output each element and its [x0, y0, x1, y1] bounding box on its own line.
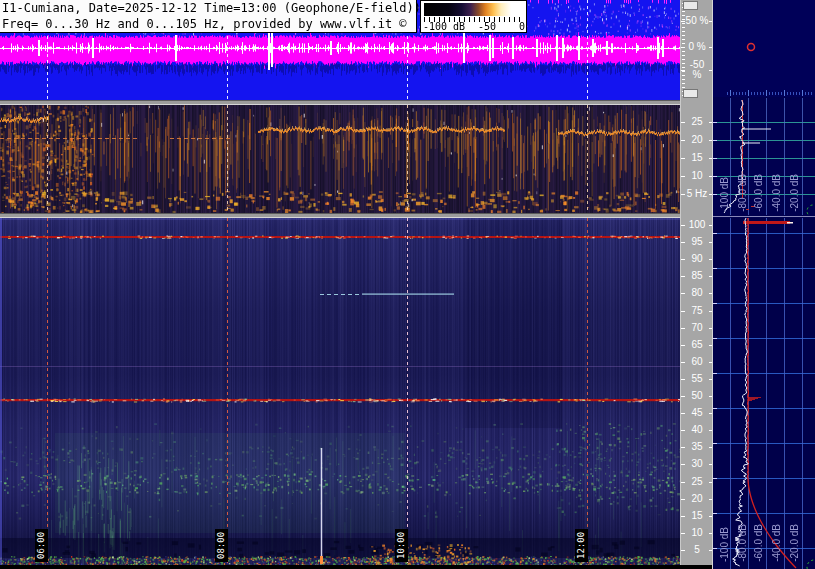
- scale-label: 70: [681, 322, 713, 334]
- ruler-tick: [682, 47, 685, 48]
- db-axis-label: -100 dB: [719, 177, 730, 212]
- scale-label: 30: [681, 458, 713, 470]
- db-axis-label: -60.0 dB: [753, 524, 764, 562]
- ruler-tick: [682, 35, 685, 36]
- scale-label: 10: [681, 527, 713, 539]
- vlf-monitor-screen: I1-Cumiana, Date=2025-12-12 Time=13:00 (…: [0, 0, 815, 569]
- db-axis-label: -20.0 dB: [789, 524, 800, 562]
- scale-label: 15: [681, 510, 713, 522]
- ruler-tick: [682, 31, 685, 32]
- separator-bottom: [0, 213, 712, 218]
- db-axis-label: -60.0 dB: [753, 174, 764, 212]
- scale-label: 0 %: [681, 41, 713, 53]
- scale-label: -50 %: [681, 64, 713, 76]
- scale-label: 45: [681, 407, 713, 419]
- header-line1: I1-Cumiana, Date=2025-12-12 Time=13:00 (…: [2, 0, 416, 16]
- db-axis-label: -80.0 dB: [737, 524, 748, 562]
- scale-label: 25: [681, 116, 713, 128]
- time-label: 08:00: [215, 529, 228, 562]
- colorbar-max-label: 0: [519, 21, 525, 32]
- ruler-tick: [682, 23, 685, 24]
- time-label: 06:00: [35, 529, 48, 562]
- scale-label: 15: [681, 152, 713, 164]
- scale-label: 90: [681, 253, 713, 265]
- spectrogram-0-105hz: [0, 218, 680, 565]
- scale-label: 85: [681, 270, 713, 282]
- colorbar-legend: -100 dB -50 0: [420, 0, 527, 33]
- ruler-tick: [682, 83, 685, 84]
- scale-label: 95: [681, 236, 713, 248]
- ruler-tick: [682, 27, 685, 28]
- ruler-tick: [682, 79, 685, 80]
- spectrogram-0-30hz: [0, 105, 680, 213]
- ruler-tick: [682, 55, 685, 56]
- ruler-tick: [682, 75, 685, 76]
- scale-label: 25: [681, 476, 713, 488]
- scale-label: 20: [681, 493, 713, 505]
- scroll-button[interactable]: [683, 89, 698, 98]
- scale-label: 40: [681, 424, 713, 436]
- ruler-tick: [682, 15, 685, 16]
- header-line2: Freq= 0...30 Hz and 0...105 Hz, provided…: [2, 16, 416, 32]
- colorbar-mid-label: -50: [478, 21, 496, 32]
- scale-label: 55: [681, 373, 713, 385]
- scale-label: 20: [681, 134, 713, 146]
- time-label: 10:00: [395, 529, 408, 562]
- scale-label: 5: [681, 544, 713, 556]
- db-axis-label: -100 dB: [719, 527, 730, 562]
- scale-label: 60: [681, 356, 713, 368]
- ruler-tick: [682, 39, 685, 40]
- ruler-tick: [682, 67, 685, 68]
- db-axis-label: -40.0 dB: [771, 524, 782, 562]
- colorbar-gradient: [424, 3, 523, 16]
- db-axis-label: -20.0 dB: [789, 174, 800, 212]
- db-axis-label: -40.0 dB: [771, 174, 782, 212]
- scale-label: 65: [681, 339, 713, 351]
- scale-label: 75: [681, 305, 713, 317]
- separator-top: [0, 100, 712, 105]
- colorbar-min-label: -100 dB: [423, 21, 465, 32]
- frequency-scale-strip: 50 %0 %-50 %252015105 Hz1009590858075706…: [680, 0, 712, 565]
- status-panel: [713, 0, 815, 97]
- time-label: 12:00: [575, 529, 588, 562]
- db-axis-label: -80.0 dB: [737, 174, 748, 212]
- ruler-tick: [682, 71, 685, 72]
- station-header: I1-Cumiana, Date=2025-12-12 Time=13:00 (…: [0, 0, 417, 33]
- spectrum-separator: [713, 216, 815, 217]
- ruler-tick: [682, 11, 685, 12]
- ruler-tick: [682, 43, 685, 44]
- ruler-tick: [682, 51, 685, 52]
- scale-label: 10: [681, 170, 713, 182]
- ruler-tick: [682, 59, 685, 60]
- scale-label: 5 Hz: [681, 188, 713, 200]
- scale-label: 50 %: [681, 15, 713, 27]
- ruler-tick: [682, 19, 685, 20]
- spectrum-plot-0-105hz: [713, 218, 815, 569]
- scale-label: 35: [681, 441, 713, 453]
- scroll-button[interactable]: [683, 1, 698, 10]
- scale-label: 80: [681, 287, 713, 299]
- ruler-tick: [682, 63, 685, 64]
- spectrum-column: -100 dB-80.0 dB-60.0 dB-40.0 dB-20.0 dB-…: [712, 0, 815, 569]
- ruler-tick: [682, 87, 685, 88]
- scale-label: 100: [681, 219, 713, 231]
- scale-label: 50: [681, 390, 713, 402]
